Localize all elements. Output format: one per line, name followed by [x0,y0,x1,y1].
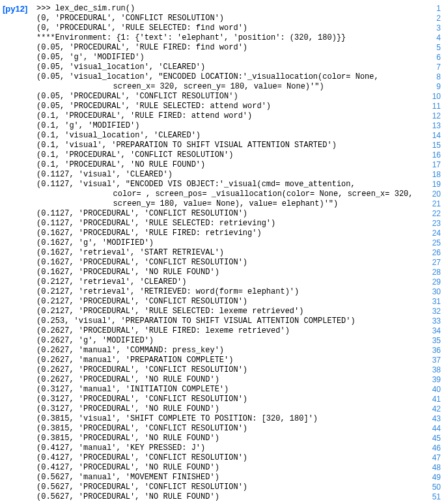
line-number: 36 [421,346,441,356]
line-number: 38 [421,365,441,375]
code-line: screen_y= 180, value= None), value= elep… [36,199,421,209]
line-number: 1 [421,4,441,14]
code-line: (0.253, 'visual', 'PREPARATION TO SHIFT … [36,316,421,326]
code-line: (0.3127, 'manual', 'INITIATION COMPLETE'… [36,385,421,395]
line-number: 19 [421,180,441,189]
code-line: (0.1, 'PROCEDURAL', 'CONFLICT RESOLUTION… [36,150,421,160]
line-number: 21 [421,199,441,209]
line-number: 47 [421,453,441,463]
code-line: (0.3815, 'PROCEDURAL', 'CONFLICT RESOLUT… [36,424,421,434]
line-number: 24 [421,229,441,238]
code-line: (0.1627, 'PROCEDURAL', 'RULE FIRED: retr… [36,229,421,238]
line-number: 35 [421,336,441,346]
line-number: 16 [421,150,441,160]
code-line: (0.3127, 'PROCEDURAL', 'CONFLICT RESOLUT… [36,395,421,404]
code-line: (0.2127, 'retrieval', 'RETRIEVED: word(f… [36,287,421,297]
code-line: (0.1127, 'visual', 'CLEARED') [36,170,421,180]
code-line: (0.05, 'PROCEDURAL', 'CONFLICT RESOLUTIO… [36,92,421,102]
code-line: (0.2627, 'PROCEDURAL', 'NO RULE FOUND') [36,375,421,385]
code-line: (0.2627, 'manual', 'PREPARATION COMPLETE… [36,356,421,365]
line-number: 50 [421,483,441,492]
code-line: (0.1, 'visual', 'PREPARATION TO SHIFT VI… [36,141,421,150]
code-column: >>> lex_dec_sim.run()(0, 'PROCEDURAL', '… [36,0,421,502]
code-line: (0.2627, 'manual', 'COMMAND: press_key') [36,346,421,356]
code-line: (0.3815, 'PROCEDURAL', 'NO RULE FOUND') [36,434,421,443]
line-number: 20 [421,189,441,199]
line-number-column: 1234567891011121314151617181920212223242… [421,0,446,502]
line-number: 49 [421,473,441,483]
code-line: (0.1127, 'visual', "ENCODED VIS OBJECT:'… [36,180,421,189]
code-line: ****Environment: {1: {'text': 'elephant'… [36,33,421,43]
line-number: 23 [421,219,441,229]
code-line: (0.5627, 'PROCEDURAL', 'CONFLICT RESOLUT… [36,483,421,492]
code-line: (0.2127, 'PROCEDURAL', 'CONFLICT RESOLUT… [36,297,421,307]
code-line: color= , screen_pos= _visuallocation(col… [36,189,421,199]
line-number: 11 [421,102,441,111]
code-line: screen_x= 320, screen_y= 180, value= Non… [36,82,421,92]
line-number: 9 [421,82,441,92]
line-number: 29 [421,277,441,287]
line-number: 8 [421,72,441,82]
line-number: 41 [421,395,441,404]
line-number: 7 [421,63,441,72]
code-line: (0.1127, 'PROCEDURAL', 'RULE SELECTED: r… [36,219,421,229]
line-number: 44 [421,424,441,434]
code-line: (0.1627, 'PROCEDURAL', 'NO RULE FOUND') [36,268,421,277]
code-line: >>> lex_dec_sim.run() [36,4,421,14]
code-line: (0.1627, 'retrieval', 'START RETRIEVAL') [36,248,421,258]
line-number: 34 [421,326,441,336]
code-line: (0.4127, 'PROCEDURAL', 'NO RULE FOUND') [36,463,421,473]
code-line: (0.1, 'PROCEDURAL', 'NO RULE FOUND') [36,160,421,170]
code-line: (0.1127, 'PROCEDURAL', 'CONFLICT RESOLUT… [36,209,421,219]
line-number: 15 [421,141,441,150]
code-line: (0.5627, 'PROCEDURAL', 'NO RULE FOUND') [36,492,421,502]
line-number: 32 [421,307,441,316]
code-line: (0.4127, 'PROCEDURAL', 'CONFLICT RESOLUT… [36,453,421,463]
code-line: (0.2627, 'PROCEDURAL', 'CONFLICT RESOLUT… [36,365,421,375]
line-number: 31 [421,297,441,307]
line-number: 25 [421,238,441,248]
line-number: 26 [421,248,441,258]
line-number: 33 [421,316,441,326]
line-number: 42 [421,404,441,414]
line-number: 39 [421,375,441,385]
code-line: (0.05, 'visual_location', "ENCODED LOCAT… [36,72,421,82]
code-line: (0.2127, 'retrieval', 'CLEARED') [36,277,421,287]
line-number: 27 [421,258,441,268]
label-column: [py12] [0,0,36,502]
line-number: 5 [421,43,441,53]
code-line: (0.1, 'g', 'MODIFIED') [36,121,421,131]
code-block: [py12] >>> lex_dec_sim.run()(0, 'PROCEDU… [0,0,446,502]
code-line: (0.2627, 'PROCEDURAL', 'RULE FIRED: lexe… [36,326,421,336]
code-line: (0.05, 'visual_location', 'CLEARED') [36,63,421,72]
line-number: 37 [421,356,441,365]
code-line: (0, 'PROCEDURAL', 'CONFLICT RESOLUTION') [36,14,421,23]
code-line: (0.4127, 'manual', 'KEY PRESSED: J') [36,443,421,453]
code-line: (0.3815, 'visual', 'SHIFT COMPLETE TO PO… [36,414,421,424]
line-number: 18 [421,170,441,180]
line-number: 46 [421,443,441,453]
code-line: (0.1, 'PROCEDURAL', 'RULE FIRED: attend … [36,111,421,121]
code-line: (0.1627, 'g', 'MODIFIED') [36,238,421,248]
line-number: 28 [421,268,441,277]
code-line: (0.2627, 'g', 'MODIFIED') [36,336,421,346]
code-line: (0.05, 'PROCEDURAL', 'RULE FIRED: find w… [36,43,421,53]
code-line: (0.2127, 'PROCEDURAL', 'RULE SELECTED: l… [36,307,421,316]
line-number: 51 [421,492,441,502]
code-line: (0, 'PROCEDURAL', 'RULE SELECTED: find w… [36,23,421,33]
line-number: 17 [421,160,441,170]
line-number: 14 [421,131,441,141]
line-number: 48 [421,463,441,473]
line-number: 40 [421,385,441,395]
line-number: 12 [421,111,441,121]
line-number: 45 [421,434,441,443]
line-number: 10 [421,92,441,102]
line-number: 4 [421,33,441,43]
code-line: (0.05, 'PROCEDURAL', 'RULE SELECTED: att… [36,102,421,111]
code-line: (0.1, 'visual_location', 'CLEARED') [36,131,421,141]
code-line: (0.3127, 'PROCEDURAL', 'NO RULE FOUND') [36,404,421,414]
line-number: 30 [421,287,441,297]
line-number: 6 [421,53,441,63]
line-number: 3 [421,23,441,33]
code-line: (0.05, 'g', 'MODIFIED') [36,53,421,63]
